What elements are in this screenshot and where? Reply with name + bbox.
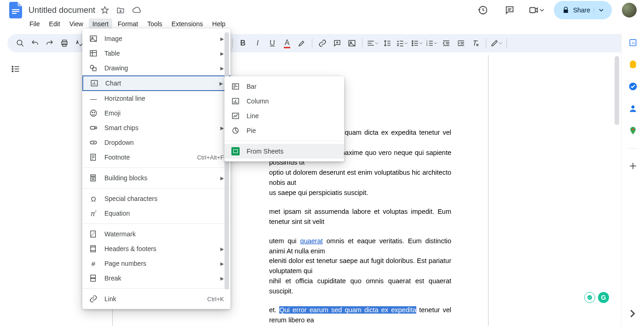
insert-table[interactable]: Table▶ <box>82 46 230 61</box>
history-icon[interactable] <box>474 1 492 19</box>
share-label: Share <box>573 6 590 14</box>
print-icon[interactable] <box>58 37 71 50</box>
svg-rect-63 <box>90 51 97 56</box>
editing-mode-icon[interactable] <box>490 37 503 50</box>
indent-increase-icon[interactable] <box>454 37 467 50</box>
header-actions: Share <box>474 1 637 19</box>
insert-link-icon[interactable] <box>316 37 329 50</box>
account-avatar[interactable] <box>622 3 637 17</box>
keep-icon[interactable] <box>628 60 638 69</box>
insert-link[interactable]: LinkCtrl+K <box>82 292 230 306</box>
comments-icon[interactable] <box>500 1 519 19</box>
grammarly-widget[interactable]: G <box>584 292 609 303</box>
doc-selection: Qui error earum sed quam dicta ex expedi… <box>279 306 416 314</box>
highlight-icon[interactable] <box>295 37 308 50</box>
maps-icon[interactable] <box>628 126 638 135</box>
doc-link[interactable]: quaerat <box>300 237 323 245</box>
sidepanel-collapse-icon[interactable] <box>628 309 639 320</box>
insert-page-numbers[interactable]: #Page numbers▶ <box>82 256 230 271</box>
indent-decrease-icon[interactable] <box>440 37 453 50</box>
chart-pie[interactable]: Pie <box>224 123 344 138</box>
dropdown-icon <box>89 138 98 147</box>
doc-text: us saepe qui perspiciatis suscipit. <box>269 189 368 196</box>
insert-comment-icon[interactable] <box>331 37 344 50</box>
insert-special-characters[interactable]: ΩSpecial characters <box>82 191 230 206</box>
menu-insert[interactable]: Insert <box>89 18 112 29</box>
svg-rect-5 <box>529 8 535 13</box>
image-icon <box>89 34 98 43</box>
bar-chart-icon <box>231 82 240 91</box>
insert-equation[interactable]: π²Equation <box>82 206 230 221</box>
chart-column[interactable]: Column <box>224 94 344 109</box>
column-chart-icon <box>231 97 240 105</box>
watermark-icon <box>89 230 98 238</box>
text-color-icon[interactable]: A <box>281 37 293 50</box>
svg-text:3: 3 <box>426 44 428 46</box>
menu-file[interactable]: File <box>26 18 44 29</box>
insert-image-icon[interactable] <box>345 37 358 50</box>
page-numbers-icon: # <box>89 260 98 268</box>
insert-image[interactable]: Image▶ <box>82 31 230 46</box>
meet-button[interactable] <box>527 1 546 19</box>
insert-watermark[interactable]: Watermark <box>82 227 230 241</box>
move-icon[interactable] <box>116 6 126 15</box>
undo-icon[interactable] <box>29 37 41 50</box>
insert-building-blocks[interactable]: Building blocks▶ <box>82 171 230 185</box>
clear-formatting-icon[interactable] <box>469 37 482 50</box>
outline-toggle-icon[interactable] <box>7 61 24 77</box>
insert-headers-footers[interactable]: Headers & footers▶ <box>82 241 230 256</box>
emoji-icon <box>89 109 98 117</box>
contacts-icon[interactable] <box>628 104 638 113</box>
bulleted-list-icon[interactable] <box>410 37 423 50</box>
break-icon <box>89 274 98 282</box>
calendar-icon[interactable]: 31 <box>628 38 638 47</box>
menu-view[interactable]: View <box>66 18 87 29</box>
footnote-icon <box>89 153 98 161</box>
insert-smart-chips[interactable]: Smart chips▶ <box>82 120 230 135</box>
share-button[interactable]: Share <box>554 1 612 19</box>
cloud-status-icon[interactable] <box>132 6 141 15</box>
insert-drawing[interactable]: Drawing▶ <box>82 61 230 75</box>
svg-point-48 <box>12 71 13 72</box>
insert-menu-dropdown: Image▶ Table▶ Drawing▶ Chart▶ ―Horizonta… <box>82 29 230 309</box>
insert-break[interactable]: Break▶ <box>82 271 230 286</box>
svg-text:31: 31 <box>631 41 635 45</box>
chart-line[interactable]: Line <box>224 109 344 123</box>
italic-icon[interactable]: I <box>251 37 264 50</box>
tasks-icon[interactable] <box>628 82 638 91</box>
share-dropdown-caret[interactable] <box>594 8 608 12</box>
insert-dropdown[interactable]: Dropdown <box>82 135 230 150</box>
docs-logo[interactable] <box>7 2 24 18</box>
checklist-icon[interactable] <box>396 37 408 50</box>
chart-bar[interactable]: Bar <box>224 79 344 94</box>
menu-edit[interactable]: Edit <box>46 18 64 29</box>
menu-help[interactable]: Help <box>208 18 229 29</box>
line-spacing-icon[interactable] <box>381 37 394 50</box>
document-title[interactable]: Untitled document <box>29 6 95 15</box>
star-icon[interactable] <box>101 6 110 15</box>
insert-emoji[interactable]: Emoji <box>82 106 230 120</box>
align-icon[interactable] <box>366 37 379 50</box>
svg-point-46 <box>12 66 13 68</box>
chart-submenu: Bar Column Line Pie From Sheets <box>224 76 344 161</box>
vertical-scrollbar[interactable] <box>615 56 619 125</box>
svg-point-72 <box>90 110 97 116</box>
svg-point-25 <box>412 43 413 44</box>
underline-icon[interactable]: U <box>266 37 279 50</box>
chart-from-sheets[interactable]: From Sheets <box>224 144 344 159</box>
svg-point-26 <box>412 45 413 46</box>
menu-tools[interactable]: Tools <box>144 18 166 29</box>
search-icon[interactable] <box>14 37 27 50</box>
insert-chart[interactable]: Chart▶ <box>82 75 230 91</box>
svg-rect-75 <box>90 126 95 129</box>
redo-icon[interactable] <box>43 37 56 50</box>
menu-extensions[interactable]: Extensions <box>168 18 207 29</box>
headers-footers-icon <box>89 245 98 253</box>
insert-horizontal-line[interactable]: ―Horizontal line <box>82 91 230 106</box>
insert-footnote[interactable]: FootnoteCtrl+Alt+F <box>82 150 230 165</box>
add-addon-icon[interactable] <box>628 161 638 171</box>
bold-icon[interactable]: B <box>236 37 249 50</box>
doc-text: utem qui <box>269 237 300 245</box>
menu-format[interactable]: Format <box>114 18 142 29</box>
numbered-list-icon[interactable]: 123 <box>425 37 438 50</box>
